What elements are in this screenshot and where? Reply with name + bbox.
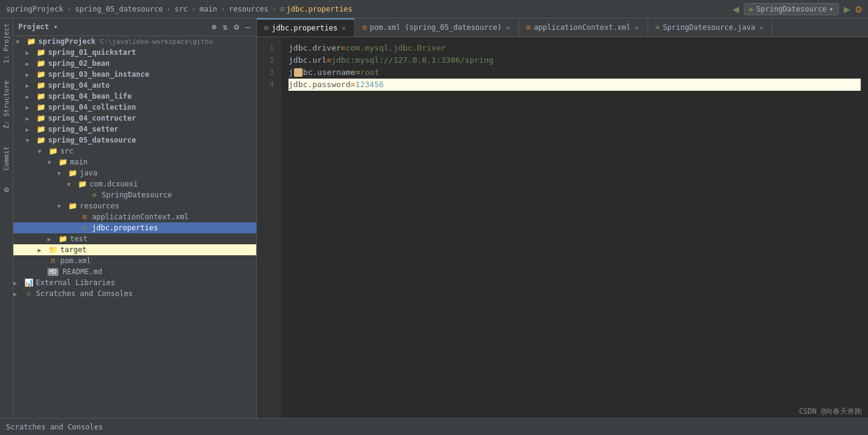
editor-content: 1 2 3 4 jdbc.driver=com.mysql.jdbc.Drive…: [257, 37, 868, 418]
tree-item-java[interactable]: ▼ 📁 java: [13, 168, 256, 179]
tree-item-main[interactable]: ▼ 📁 main: [13, 157, 256, 168]
debug-button-icon[interactable]: ⚙: [855, 2, 862, 15]
line-num-3: 3: [259, 66, 279, 79]
arrow-spring01: ▶: [26, 49, 35, 56]
label-external-libs: External Libraries: [36, 278, 115, 287]
tree-item-jdbc-properties[interactable]: ⊞ jdbc.properties: [13, 222, 256, 233]
line-num-1: 1: [259, 42, 279, 54]
label-com-dcxuexi: com.dcxuexi: [89, 180, 138, 188]
breadcrumb-jdbc-properties[interactable]: ⊞jdbc.properties: [280, 5, 352, 13]
tree-item-pom-xml[interactable]: m pom.xml: [13, 255, 256, 266]
folder-icon-src: 📁: [47, 147, 58, 155]
tree-item-test[interactable]: ▶ 📁 test: [13, 233, 256, 244]
run-button-icon[interactable]: ▶: [844, 2, 850, 15]
tree-item-spring04contructer[interactable]: ▶ 📁 spring_04_contructer: [13, 113, 256, 124]
tree-item-spring03[interactable]: ▶ 📁 spring_03_bean_instance: [13, 69, 256, 80]
tab-close-spring[interactable]: ✕: [758, 24, 765, 32]
side-tab-structure[interactable]: Z: Structure: [1, 78, 12, 131]
tab-springdatesource-java[interactable]: ☘ SpringDatesource.java ✕: [648, 18, 773, 37]
label-spring04contructer: spring_04_contructer: [48, 114, 136, 122]
folder-icon-spring04setter: 📁: [35, 125, 46, 133]
line-numbers: 1 2 3 4: [257, 37, 281, 418]
tab-close-pom[interactable]: ✕: [505, 24, 511, 32]
tree-item-readme[interactable]: MD README.md: [13, 266, 256, 277]
folder-icon-java: 📁: [67, 169, 78, 177]
breadcrumb-spring05[interactable]: spring_05_datesource: [75, 5, 163, 13]
label-target: target: [60, 246, 86, 254]
arrow-spring04setter: ▶: [26, 126, 35, 133]
scratches-bottom-label[interactable]: Scratches and Consoles: [6, 423, 103, 431]
collapse-all-icon[interactable]: ⇅: [222, 21, 229, 33]
navigate-back-icon[interactable]: ◀: [732, 2, 739, 15]
folder-icon-spring04beanlife: 📁: [35, 92, 46, 101]
add-module-icon[interactable]: ⊕: [210, 21, 217, 33]
code-line-1: jdbc.driver=com.mysql.jdbc.Driver: [289, 42, 861, 54]
breadcrumb-resources[interactable]: resources: [229, 5, 268, 13]
tab-close-appctx[interactable]: ✕: [634, 24, 640, 32]
code-val-4: 123456: [355, 79, 384, 91]
tab-bar: ⊞ jdbc.properties ✕ m pom.xml (spring_05…: [257, 18, 868, 37]
breadcrumb-sep-2: ›: [167, 5, 171, 13]
folder-icon-springprojeck: 📁: [26, 37, 37, 46]
tree-item-src[interactable]: ▼ 📁 src: [13, 146, 256, 157]
tree-item-spring01[interactable]: ▶ 📁 spring_01_quickstart: [13, 47, 256, 58]
folder-icon-spring04collection: 📁: [35, 103, 46, 111]
tab-pom-xml[interactable]: m pom.xml (spring_05_datesource) ✕: [355, 18, 519, 37]
folder-icon-test: 📁: [57, 235, 68, 243]
code-line-2: jdbc.url=jdbc:mysql://127.0.0.1:3306/spr…: [289, 54, 861, 66]
code-key-3: j: [289, 66, 293, 79]
tree-item-external-libs[interactable]: ▶ 📊 External Libraries: [13, 277, 256, 288]
breadcrumb-main[interactable]: main: [200, 5, 217, 13]
close-panel-icon[interactable]: —: [244, 21, 251, 33]
tree-item-spring02[interactable]: ▶ 📁 spring_02_bean: [13, 58, 256, 69]
tab-pom-label: pom.xml (spring_05_datesource): [369, 23, 502, 32]
warning-indicator: [294, 68, 303, 77]
tree-item-resources[interactable]: ▼ 📁 resources: [13, 200, 256, 211]
tree-item-spring05datesource[interactable]: ▼ 📁 spring_05_datesource: [13, 135, 256, 146]
arrow-src: ▼: [38, 148, 47, 155]
tree-item-applicationcontext[interactable]: ⊞ applicationContext.xml: [13, 211, 256, 222]
tree-item-spring04setter[interactable]: ▶ 📁 spring_04_setter: [13, 124, 256, 135]
folder-icon-spring01: 📁: [35, 48, 46, 57]
breadcrumb-src[interactable]: src: [175, 5, 188, 13]
tab-close-jdbc[interactable]: ✕: [341, 24, 348, 32]
label-spring04setter: spring_04_setter: [48, 125, 119, 133]
tab-spring-icon: ☘: [656, 23, 660, 32]
scratches-icon: ⊙: [23, 289, 34, 298]
label-java: java: [80, 169, 97, 177]
run-config-selector[interactable]: ▶ SpringDatesource ▾: [744, 3, 839, 15]
tree-item-spring04collection[interactable]: ▶ 📁 spring_04_collection: [13, 102, 256, 113]
folder-icon-spring04contructer: 📁: [35, 114, 46, 122]
run-config-label: SpringDatesource: [756, 5, 827, 13]
settings-icon[interactable]: ⚙: [233, 21, 240, 33]
tree-item-springdatesource-java[interactable]: ☘ SpringDatesource: [13, 189, 256, 200]
label-jdbc-properties: jdbc.properties: [92, 224, 158, 232]
side-tab-extra[interactable]: ⊙: [4, 185, 9, 194]
arrow-spring03: ▶: [26, 71, 35, 78]
breadcrumb-sep-4: ›: [221, 5, 225, 13]
tree-item-spring04beanlife[interactable]: ▶ 📁 spring_04_bean_life: [13, 91, 256, 102]
arrow-external-libs: ▶: [13, 280, 23, 286]
tree-item-spring04auto[interactable]: ▶ 📁 spring_04_auto: [13, 80, 256, 91]
tree-item-springprojeck[interactable]: ▼ 📁 springProjeck C:\java\idea-workspace…: [13, 36, 256, 47]
arrow-applicationcontext: [69, 214, 79, 221]
arrow-jdbc-properties: [69, 225, 79, 232]
label-spring02: spring_02_bean: [48, 59, 110, 68]
code-val-2: jdbc:mysql://127.0.0.1:3306/spring: [331, 54, 493, 66]
code-editor[interactable]: jdbc.driver=com.mysql.jdbc.Driver jdbc.u…: [281, 37, 868, 418]
tab-jdbc-properties[interactable]: ⊞ jdbc.properties ✕: [257, 18, 355, 37]
arrow-readme: [38, 269, 47, 275]
arrow-spring04auto: ▶: [26, 82, 35, 89]
breadcrumb-springprojeck[interactable]: springProjeck: [6, 5, 63, 13]
side-tab-commit[interactable]: Commit: [1, 144, 12, 173]
label-applicationcontext: applicationContext.xml: [92, 213, 189, 221]
side-tab-project[interactable]: 1: Project: [1, 21, 12, 66]
breadcrumb-sep-5: ›: [272, 5, 276, 13]
code-val-1: com.mysql.jdbc.Driver: [346, 42, 446, 54]
main-layout: 1: Project Z: Structure Commit ⊙ Project…: [0, 18, 868, 418]
tree-item-target[interactable]: ▶ 📁 target: [13, 244, 256, 255]
editor-area: ⊞ jdbc.properties ✕ m pom.xml (spring_05…: [257, 18, 868, 418]
tree-item-com-dcxuexi[interactable]: ▼ 📁 com.dcxuexi: [13, 179, 256, 189]
tab-applicationcontext[interactable]: ⊞ applicationContext.xml ✕: [519, 18, 648, 37]
tree-item-scratches[interactable]: ▶ ⊙ Scratches and Consoles: [13, 288, 256, 299]
